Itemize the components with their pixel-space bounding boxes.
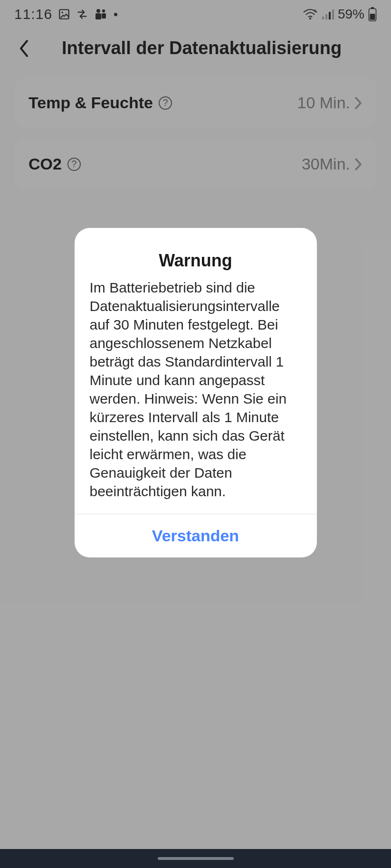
dialog-title: Warnung (75, 228, 317, 278)
nav-bar (0, 849, 391, 868)
dialog-footer: Verstanden (75, 514, 317, 557)
modal-overlay[interactable]: Warnung Im Batteriebetrieb sind die Date… (0, 0, 391, 868)
warning-dialog: Warnung Im Batteriebetrieb sind die Date… (75, 228, 317, 557)
understood-button[interactable]: Verstanden (75, 527, 317, 545)
dialog-body: Im Batteriebetrieb sind die Datenaktuali… (75, 278, 317, 514)
home-indicator[interactable] (158, 857, 234, 860)
